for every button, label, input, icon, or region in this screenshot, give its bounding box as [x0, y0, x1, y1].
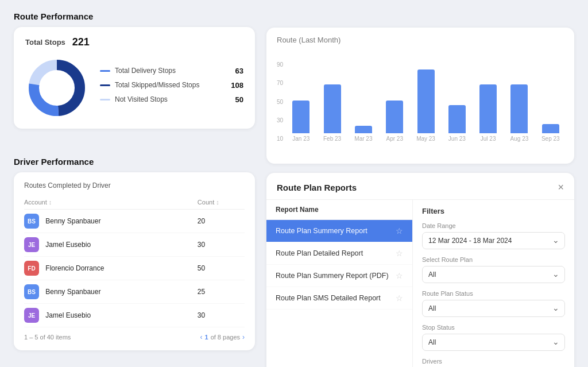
bar-group-0: Jan 23: [288, 61, 314, 142]
filters-title: Filters: [422, 207, 565, 215]
bars-container: Jan 23 Feb 23 Mar 23 Apr 23 May 23 Jun 2…: [288, 61, 564, 142]
page-nav: ‹ 1 of 8 pages ›: [200, 333, 245, 341]
legend-value-delivery: 63: [235, 67, 243, 75]
avatar-0: BS: [24, 214, 39, 229]
table-row: FD Florencio Dorrance 50: [24, 257, 245, 280]
star-icon-3[interactable]: ☆: [396, 293, 403, 303]
filter-group-1: Select Route Plan All: [422, 256, 565, 283]
driver-performance-section: Driver Performance Routes Completed by D…: [14, 157, 255, 367]
reports-header: Route Plan Reports ×: [266, 173, 574, 200]
col-count: Count ↕: [198, 195, 245, 210]
page-num: 1: [205, 334, 208, 341]
bottom-row: Driver Performance Routes Completed by D…: [14, 157, 574, 367]
table-row: JE Jamel Eusebio 30: [24, 233, 245, 257]
y-axis: 90 70 50 30 10: [277, 61, 283, 142]
driver-name-4: Jamel Eusebio: [45, 311, 91, 319]
report-item-3[interactable]: Route Plan SMS Detailed Report ☆: [266, 287, 412, 310]
reports-list: Report Name Route Plan Summery Report ☆ …: [266, 200, 413, 367]
report-item-0[interactable]: Route Plan Summery Report ☆: [266, 220, 412, 242]
filter-select-0[interactable]: 12 Mar 2024 - 18 Mar 2024: [422, 232, 565, 249]
driver-account-3: BS Benny Spanbauer: [24, 280, 198, 304]
bar-label-1: Feb 23: [323, 136, 341, 142]
filter-label-4: Drivers: [422, 358, 565, 365]
bar-8: [542, 124, 559, 133]
star-icon-2[interactable]: ☆: [396, 271, 403, 280]
avatar-1: JE: [24, 237, 39, 252]
pagination-summary: 1 – 5 of 40 items: [24, 334, 71, 341]
bar-group-3: Apr 23: [381, 61, 408, 142]
of-pages: of 8 pages: [211, 334, 240, 341]
filter-select-wrapper-2: All: [422, 300, 565, 317]
bar-label-3: Apr 23: [386, 136, 403, 142]
total-stops-label: Total Stops: [25, 38, 65, 47]
filter-label-1: Select Route Plan: [422, 256, 565, 263]
bar-7: [510, 84, 528, 133]
bar-label-8: Sep 23: [541, 136, 560, 142]
driver-name-3: Benny Spanbauer: [45, 288, 100, 296]
legend-line-delivery: [100, 70, 110, 72]
filter-label-0: Date Range: [422, 222, 565, 229]
report-label-1: Route Plan Detailed Report: [276, 249, 363, 257]
filter-select-2[interactable]: All: [422, 300, 565, 317]
filter-select-wrapper-3: All: [422, 334, 565, 351]
legend-value-skipped: 108: [231, 81, 243, 90]
filter-label-2: Route Plan Status: [422, 290, 565, 297]
report-label-0: Route Plan Summery Report: [276, 227, 368, 235]
bar-label-0: Jan 23: [292, 136, 310, 142]
col-account: Account ↕: [24, 195, 198, 210]
bar-6: [479, 84, 497, 133]
avatar-2: FD: [24, 261, 39, 276]
star-icon-0[interactable]: ☆: [396, 226, 403, 235]
legend-line-not-visited: [100, 99, 110, 101]
bar-group-7: Aug 23: [506, 61, 532, 142]
bar-label-2: Mar 23: [354, 136, 372, 142]
bar-group-6: Jul 23: [475, 61, 501, 142]
bar-1: [324, 84, 341, 133]
page: Route Performance Total Stops 221: [0, 0, 588, 367]
bar-group-5: Jun 23: [444, 61, 470, 142]
legend-label-not-visited: Not Visited Stops: [115, 95, 168, 103]
filter-select-wrapper-0: 12 Mar 2024 - 18 Mar 2024: [422, 232, 565, 249]
filter-group-4: Drivers All: [422, 358, 565, 367]
close-button[interactable]: ×: [558, 182, 564, 192]
driver-account-0: BS Benny Spanbauer: [24, 210, 198, 233]
driver-count-0: 20: [198, 210, 245, 233]
bar-2: [355, 126, 372, 133]
bar-3: [386, 101, 403, 133]
route-performance-title: Route Performance: [14, 11, 255, 21]
bar-label-5: Jun 23: [448, 136, 466, 142]
table-row: JE Jamel Eusebio 30: [24, 304, 245, 327]
report-item-1[interactable]: Route Plan Detailed Report ☆: [266, 242, 412, 265]
star-icon-1[interactable]: ☆: [396, 249, 403, 258]
driver-name-0: Benny Spanbauer: [45, 217, 100, 225]
bar-0: [292, 101, 310, 133]
driver-count-3: 25: [198, 280, 245, 304]
next-page-arrow[interactable]: ›: [242, 333, 245, 341]
driver-count-4: 30: [198, 304, 245, 327]
driver-card-subtitle: Routes Completed by Driver: [24, 181, 245, 190]
route-performance-card: Total Stops 221: [14, 27, 255, 129]
bar-group-2: Mar 23: [350, 61, 377, 142]
route-chart-title: Route (Last Month): [277, 36, 564, 44]
filter-group-3: Stop Status All: [422, 324, 565, 351]
driver-count-2: 50: [198, 257, 245, 280]
route-performance-section: Route Performance Total Stops 221: [14, 11, 255, 148]
reports-card: Route Plan Reports × Report Name Route P…: [266, 173, 574, 367]
driver-account-2: FD Florencio Dorrance: [24, 257, 198, 280]
driver-name-2: Florencio Dorrance: [45, 264, 104, 272]
filter-select-1[interactable]: All: [422, 266, 565, 283]
filters-panel: Filters Date Range 12 Mar 2024 - 18 Mar …: [413, 200, 574, 367]
legend-label-skipped: Total Skipped/Missed Stops: [115, 81, 199, 89]
report-label-3: Route Plan SMS Detailed Report: [276, 294, 381, 302]
reports-title: Route Plan Reports: [277, 183, 357, 192]
pagination-row: 1 – 5 of 40 items ‹ 1 of 8 pages ›: [24, 333, 245, 341]
report-item-2[interactable]: Route Plan Summery Report (PDF) ☆: [266, 265, 412, 287]
prev-page-arrow[interactable]: ‹: [200, 333, 203, 341]
driver-table: Account ↕ Count ↕ BS Benny Spanbauer 20 …: [24, 195, 245, 327]
report-name-header: Report Name: [266, 200, 412, 220]
legend: Total Delivery Stops 63 Total Skipped/Mi…: [100, 67, 243, 110]
filter-select-3[interactable]: All: [422, 334, 565, 351]
total-stops-row: Total Stops 221: [25, 36, 243, 48]
bar-label-6: Jul 23: [481, 136, 496, 142]
legend-value-not-visited: 50: [235, 95, 243, 104]
